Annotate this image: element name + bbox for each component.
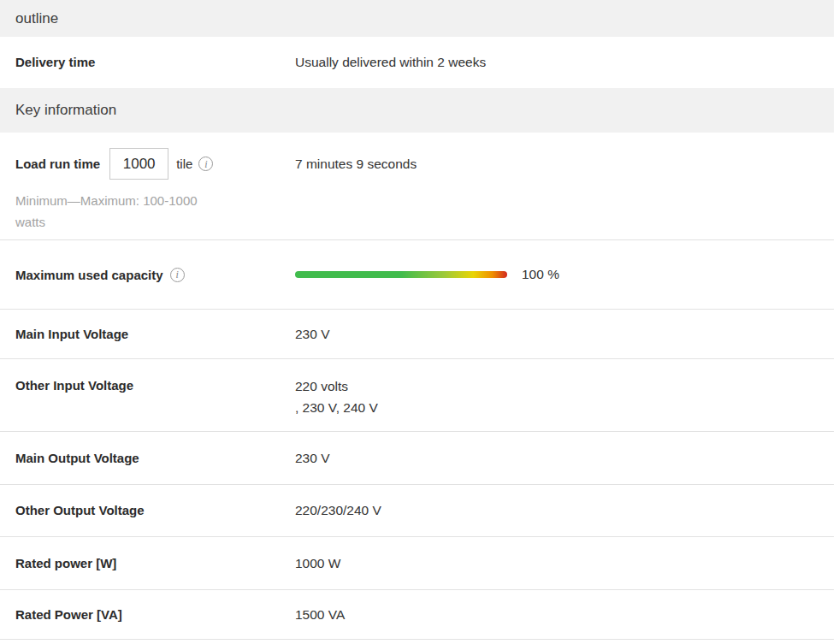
main-output-voltage-label-cell: Main Output Voltage — [0, 451, 280, 466]
rated-power-w-value: 1000 W — [280, 556, 834, 571]
info-icon[interactable]: i — [170, 268, 185, 282]
row-rated-power-va: Rated Power [VA] 1500 VA — [0, 590, 834, 640]
section-header-outline: outline — [0, 0, 834, 37]
rated-power-va-value: 1500 VA — [280, 607, 834, 623]
load-run-time-label: Load run time — [15, 157, 100, 171]
row-delivery-time: Delivery time Usually delivered within 2… — [0, 37, 834, 88]
other-input-voltage-value: 220 volts , 230 V, 240 V — [280, 359, 834, 431]
row-other-input-voltage: Other Input Voltage 220 volts , 230 V, 2… — [0, 359, 834, 432]
other-input-voltage-label-cell: Other Input Voltage — [0, 359, 280, 431]
load-run-time-hint-line1: Minimum—Maximum: 100-1000 — [15, 190, 263, 211]
delivery-time-label: Delivery time — [15, 55, 95, 69]
load-run-time-value: 7 minutes 9 seconds — [295, 148, 834, 180]
other-output-voltage-label: Other Output Voltage — [15, 503, 145, 517]
rated-power-w-label-cell: Rated power [W] — [0, 556, 280, 571]
max-capacity-label: Maximum used capacity — [15, 268, 163, 282]
row-main-input-voltage: Main Input Voltage 230 V — [0, 310, 834, 359]
main-input-voltage-label: Main Input Voltage — [15, 327, 128, 341]
max-capacity-value: 100 % — [522, 267, 559, 282]
load-run-time-label-cell: Load run time tile i Minimum—Maximum: 10… — [0, 148, 280, 239]
max-capacity-value-cell: 100 % — [280, 267, 834, 282]
other-input-voltage-label: Other Input Voltage — [15, 378, 133, 393]
main-input-voltage-label-cell: Main Input Voltage — [0, 327, 280, 342]
section-header-key-information-label: Key information — [15, 102, 116, 119]
delivery-time-label-cell: Delivery time — [0, 55, 280, 70]
row-main-output-voltage: Main Output Voltage 230 V — [0, 432, 834, 485]
load-run-time-unit: tile — [176, 157, 192, 171]
load-run-time-input[interactable] — [109, 148, 168, 180]
load-run-time-hint: Minimum—Maximum: 100-1000 watts — [15, 190, 263, 233]
main-output-voltage-label: Main Output Voltage — [15, 451, 139, 465]
other-input-voltage-value-line2: , 230 V, 240 V — [295, 397, 834, 418]
delivery-time-value: Usually delivered within 2 weeks — [280, 55, 834, 70]
load-run-time-control-line: Load run time tile i — [15, 148, 280, 180]
row-maximum-used-capacity: Maximum used capacity i 100 % — [0, 240, 834, 310]
row-other-output-voltage: Other Output Voltage 220/230/240 V — [0, 485, 834, 537]
capacity-gradient-bar — [295, 271, 507, 278]
load-run-time-hint-line2: watts — [15, 211, 263, 233]
load-run-time-value-cell: 7 minutes 9 seconds — [280, 148, 834, 239]
other-output-voltage-value: 220/230/240 V — [280, 503, 834, 518]
max-capacity-label-cell: Maximum used capacity i — [0, 268, 280, 282]
section-header-key-information: Key information — [0, 88, 834, 133]
rated-power-w-label: Rated power [W] — [15, 556, 116, 570]
rated-power-va-label-cell: Rated Power [VA] — [0, 607, 280, 623]
main-input-voltage-value: 230 V — [280, 327, 834, 342]
info-icon[interactable]: i — [198, 157, 213, 171]
other-output-voltage-label-cell: Other Output Voltage — [0, 503, 280, 518]
product-spec-table: outline Delivery time Usually delivered … — [0, 0, 834, 640]
rated-power-va-label: Rated Power [VA] — [15, 607, 122, 622]
section-header-outline-label: outline — [15, 10, 58, 27]
other-input-voltage-value-line1: 220 volts — [295, 375, 834, 397]
main-output-voltage-value: 230 V — [280, 451, 834, 466]
row-rated-power-w: Rated power [W] 1000 W — [0, 537, 834, 590]
row-load-run-time: Load run time tile i Minimum—Maximum: 10… — [0, 133, 834, 240]
